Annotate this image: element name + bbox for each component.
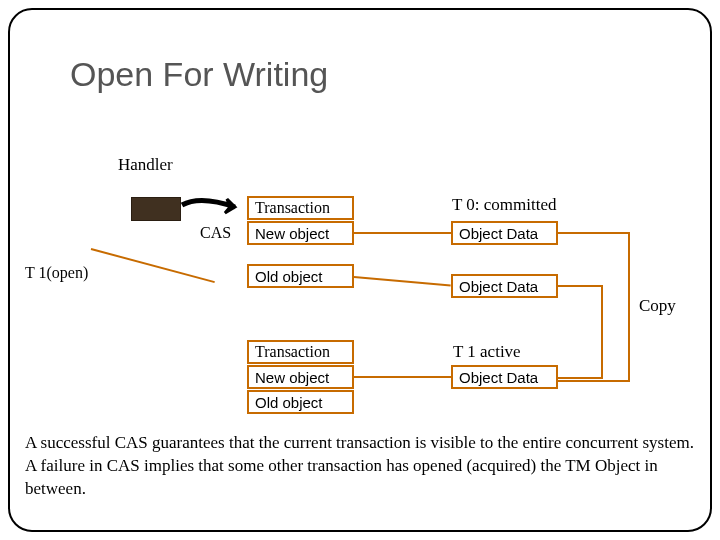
block2-t1active-label: T 1 active [453,342,521,362]
block1-new-object: New object [247,221,354,245]
handler-label: Handler [118,155,173,175]
conn-objdata1-right [558,232,630,234]
block1-objdata1: Object Data [451,221,558,245]
slide-title: Open For Writing [70,55,328,94]
block2-new-object: New object [247,365,354,389]
block1-t0-label: T 0: committed [452,195,557,215]
cas-label: CAS [200,224,231,242]
conn-newobj-objdata1 [354,232,451,234]
block1-transaction: Transaction [247,196,354,220]
block2-objdata: Object Data [451,365,558,389]
block1-old-object: Old object [247,264,354,288]
conn-right-down1 [628,232,630,380]
conn-right-down2 [601,285,603,378]
block1-objdata2: Object Data [451,274,558,298]
handler-block [131,197,181,221]
conn-objdata2-right [558,285,603,287]
copy-label: Copy [639,296,676,316]
block2-transaction: Transaction [247,340,354,364]
caption-text: A successful CAS guarantees that the cur… [25,432,695,501]
conn-objdata3-right-b [558,380,630,382]
conn-objdata3-right-a [558,377,603,379]
t1open-label: T 1(open) [25,264,88,282]
block2-old-object: Old object [247,390,354,414]
conn-newobj2-objdata [354,376,451,378]
